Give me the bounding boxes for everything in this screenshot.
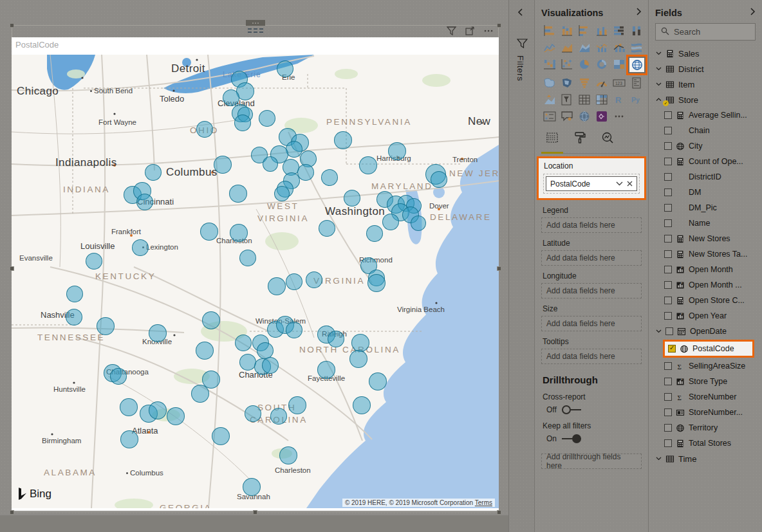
filter-icon[interactable] [447, 26, 456, 35]
map-data-bubble[interactable] [235, 335, 252, 351]
collapse-fields-chevron-icon[interactable] [750, 7, 756, 19]
map-data-bubble[interactable] [286, 273, 302, 290]
collapse-table-chevron-icon[interactable] [655, 98, 662, 102]
viz-icon-filled-map[interactable] [541, 75, 557, 90]
map-data-bubble[interactable] [239, 250, 256, 266]
map-data-bubble[interactable] [196, 342, 214, 360]
field-row-territory[interactable]: Territory [655, 420, 756, 436]
field-row-city[interactable]: City [655, 138, 756, 154]
viz-icon-funnel[interactable] [576, 75, 592, 90]
map-data-bubble[interactable] [120, 430, 138, 448]
focus-mode-icon[interactable] [465, 26, 474, 35]
map-data-bubble[interactable] [110, 368, 127, 385]
field-checkbox[interactable] [664, 188, 672, 196]
fields-tab[interactable] [545, 131, 559, 149]
map-data-bubble[interactable] [136, 194, 153, 210]
viz-icon-map[interactable] [628, 57, 646, 73]
map-data-bubble[interactable] [369, 372, 387, 390]
field-row-open-store-c-[interactable]: Open Store C... [655, 293, 756, 308]
fields-search-box[interactable] [655, 23, 756, 41]
map-data-bubble[interactable] [167, 407, 185, 425]
field-checkbox[interactable] [664, 158, 672, 165]
remove-field-icon[interactable] [627, 181, 633, 187]
viz-icon-line-clustered-column[interactable] [593, 40, 609, 55]
map-data-bubble[interactable] [132, 239, 149, 256]
field-checkbox[interactable] [664, 408, 672, 416]
map-data-bubble[interactable] [411, 216, 426, 231]
table-row-time[interactable]: Time [655, 451, 756, 466]
map-data-bubble[interactable] [200, 223, 218, 241]
viz-icon-slicer[interactable] [559, 92, 575, 107]
map-data-bubble[interactable] [270, 408, 287, 425]
well-drop-zone-size[interactable]: Add data fields here [541, 316, 642, 331]
field-chip-postalcode[interactable]: PostalCode [546, 176, 637, 191]
map-data-bubble[interactable] [66, 286, 83, 302]
well-drop-zone-legend[interactable]: Add data fields here [541, 217, 642, 233]
resize-handle-bottom[interactable] [253, 510, 257, 515]
viz-icon-stacked-area[interactable] [576, 40, 592, 55]
well-drop-zone-latitude[interactable]: Add data fields here [541, 250, 642, 266]
viz-icon-gauge[interactable] [593, 75, 609, 90]
map-data-bubble[interactable] [214, 156, 232, 174]
map-data-bubble[interactable] [86, 253, 102, 270]
field-row-average-sellin-[interactable]: Average Sellin... [655, 107, 756, 123]
map-data-bubble[interactable] [359, 156, 377, 174]
field-row-name[interactable]: Name [655, 216, 756, 231]
field-row-count-of-ope-[interactable]: Count of Ope... [655, 154, 756, 169]
resize-handle-top-left[interactable] [10, 23, 14, 28]
field-row-districtid[interactable]: DistrictID [655, 169, 756, 185]
field-row-dm-pic[interactable]: DM_Pic [655, 200, 756, 216]
map-data-bubble[interactable] [351, 334, 369, 352]
more-options-icon[interactable] [483, 26, 494, 35]
field-row-postalcode-highlighted[interactable]: PostalCode [663, 340, 754, 358]
resize-handle-bottom-left[interactable] [10, 510, 14, 515]
field-checkbox[interactable] [664, 362, 672, 370]
field-checkbox[interactable] [664, 219, 672, 227]
viz-icon-kpi[interactable] [541, 92, 557, 107]
viz-icon-shape-map[interactable] [559, 75, 575, 90]
map-data-bubble[interactable] [431, 171, 447, 188]
field-row-opendate[interactable]: OpenDate [655, 324, 756, 339]
field-checkbox[interactable] [664, 235, 672, 243]
viz-icon-100-stacked-bar[interactable] [611, 23, 627, 38]
map-data-bubble[interactable] [66, 309, 82, 326]
resize-handle-left[interactable] [10, 266, 14, 271]
drillthrough-drop-zone[interactable]: Add drillthrough fields here [541, 454, 642, 469]
viz-icon-table[interactable] [576, 92, 592, 107]
viz-icon-r-script[interactable]: R [611, 92, 627, 107]
viz-icon-clustered-bar[interactable] [576, 23, 592, 38]
viz-icon-multi-row-card[interactable] [628, 75, 644, 90]
viz-icon-stacked-bar[interactable] [541, 23, 557, 38]
viz-icon-matrix[interactable] [593, 92, 609, 107]
map-data-bubble[interactable] [196, 121, 213, 138]
keep-all-filters-toggle[interactable] [562, 434, 581, 443]
expand-filters-chevron-icon[interactable] [517, 8, 523, 19]
map-data-bubble[interactable] [243, 478, 261, 496]
map-data-bubble[interactable] [353, 396, 371, 414]
map-data-bubble[interactable] [297, 164, 314, 181]
viz-icon-donut[interactable] [593, 57, 609, 71]
chevron-down-icon[interactable] [616, 181, 623, 186]
viz-icon-waterfall[interactable] [541, 57, 557, 71]
table-row-item[interactable]: Item [655, 77, 756, 92]
viz-icon-pie[interactable] [576, 57, 592, 71]
map-data-bubble[interactable] [367, 274, 386, 292]
filters-funnel-icon[interactable] [517, 39, 528, 51]
map-data-bubble[interactable] [388, 142, 406, 160]
field-row-new-stores[interactable]: New Stores [655, 231, 756, 246]
format-tab[interactable] [573, 131, 586, 149]
filters-pane-label[interactable]: Filters [516, 55, 525, 81]
map-data-bubble[interactable] [234, 115, 251, 131]
well-drop-zone-longitude[interactable]: Add data fields here [541, 283, 642, 298]
terms-link[interactable]: Terms [475, 499, 492, 506]
map-data-bubble[interactable] [202, 311, 220, 329]
map-data-bubble[interactable] [191, 385, 209, 403]
viz-icon-line[interactable] [541, 40, 557, 55]
bing-map[interactable]: ChicagoSouth BendDetroitToledoLake ErieE… [12, 55, 499, 508]
table-row-store[interactable]: ✓Store [655, 92, 756, 107]
field-checkbox[interactable] [664, 281, 672, 289]
well-drop-zone-tooltips[interactable]: Add data fields here [541, 349, 642, 364]
map-data-bubble[interactable] [239, 354, 256, 371]
resize-handle-right[interactable] [497, 266, 501, 271]
field-row-open-month-[interactable]: fxOpen Month ... [655, 277, 756, 293]
